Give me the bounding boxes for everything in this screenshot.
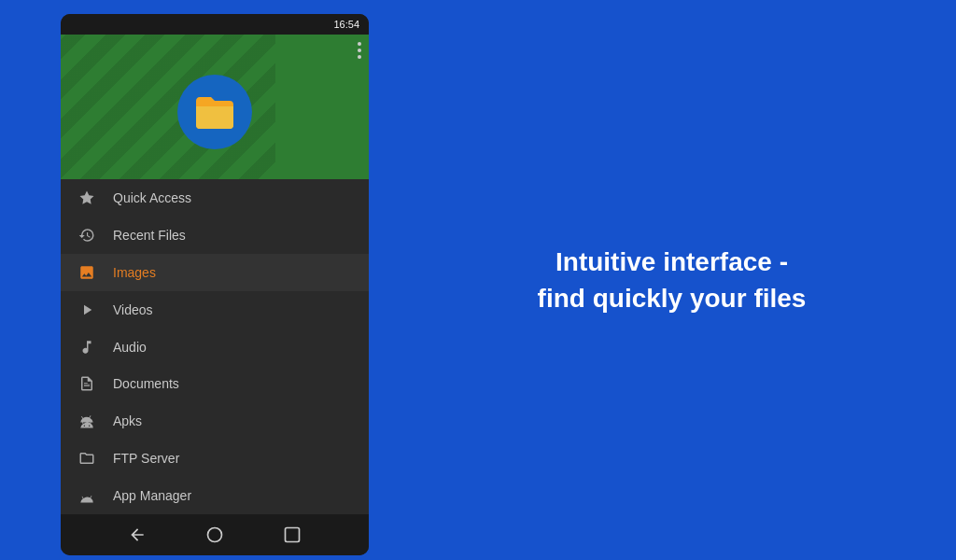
ftp-server-label: FTP Server bbox=[113, 451, 179, 466]
home-button[interactable] bbox=[200, 520, 230, 550]
image-icon bbox=[76, 261, 98, 284]
recents-button[interactable] bbox=[277, 520, 307, 550]
history-icon bbox=[76, 224, 98, 246]
back-button[interactable] bbox=[122, 520, 152, 550]
three-dot-menu[interactable] bbox=[358, 42, 361, 59]
app-manager-label: App Manager bbox=[113, 488, 191, 503]
menu-item-apks[interactable]: Apks bbox=[61, 402, 369, 440]
status-bar: 16:54 bbox=[61, 14, 369, 35]
menu-item-documents[interactable]: Documents bbox=[61, 365, 369, 402]
tagline-text: Intuitive interface - find quickly your … bbox=[538, 244, 807, 316]
tagline-line2: find quickly your files bbox=[538, 284, 807, 313]
audio-label: Audio bbox=[113, 340, 147, 355]
menu-item-images[interactable]: Images bbox=[61, 254, 369, 291]
images-label: Images bbox=[113, 265, 156, 280]
recent-files-label: Recent Files bbox=[113, 228, 186, 243]
app-manager-icon bbox=[76, 484, 98, 507]
music-icon bbox=[76, 336, 98, 358]
document-icon bbox=[76, 372, 98, 395]
documents-label: Documents bbox=[113, 376, 179, 391]
menu-item-quick-access[interactable]: Quick Access bbox=[61, 179, 369, 217]
play-icon bbox=[76, 299, 98, 321]
folder-icon bbox=[192, 93, 237, 131]
phone-mockup: 16:54 Quick Access bbox=[61, 14, 369, 555]
videos-label: Videos bbox=[113, 302, 153, 317]
menu-item-recent-files[interactable]: Recent Files bbox=[61, 217, 369, 254]
sidebar-menu: Quick Access Recent Files Images bbox=[61, 179, 369, 514]
apks-label: Apks bbox=[113, 413, 142, 428]
status-time: 16:54 bbox=[333, 19, 359, 30]
menu-item-videos[interactable]: Videos bbox=[61, 291, 369, 329]
menu-item-audio[interactable]: Audio bbox=[61, 329, 369, 366]
svg-point-0 bbox=[207, 528, 221, 542]
quick-access-label: Quick Access bbox=[113, 190, 191, 205]
svg-rect-1 bbox=[286, 528, 300, 542]
android-icon bbox=[76, 410, 98, 432]
star-icon bbox=[76, 187, 98, 209]
ftp-icon bbox=[76, 447, 98, 469]
tagline-line1: Intuitive interface - bbox=[555, 247, 788, 276]
tagline-area: Intuitive interface - find quickly your … bbox=[387, 206, 956, 354]
menu-item-ftp-server[interactable]: FTP Server bbox=[61, 440, 369, 477]
header-area bbox=[61, 35, 369, 179]
folder-icon-wrapper bbox=[177, 75, 252, 149]
bottom-nav bbox=[61, 514, 369, 555]
menu-item-app-manager[interactable]: App Manager bbox=[61, 477, 369, 514]
